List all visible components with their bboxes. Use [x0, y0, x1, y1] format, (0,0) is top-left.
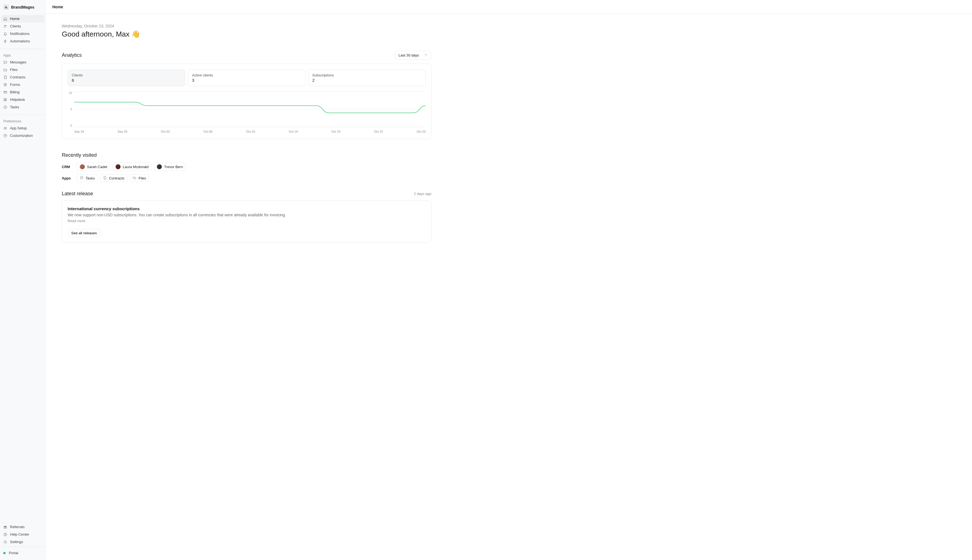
sidebar-item-forms[interactable]: Forms — [1, 81, 44, 88]
sidebar-item-home[interactable]: Home — [1, 15, 44, 22]
users-icon — [3, 24, 7, 28]
sidebar-item-helpdesk[interactable]: Helpdesk — [1, 96, 44, 103]
chip-label: Contracts — [109, 176, 124, 180]
gift-icon — [3, 525, 7, 529]
metric-active-clients[interactable]: Active clients 3 — [188, 70, 306, 86]
release-card: International currency subscriptions We … — [62, 200, 431, 243]
sidebar-item-tasks[interactable]: Tasks — [1, 103, 44, 111]
breadcrumb: Home — [52, 5, 63, 9]
sidebar-item-clients[interactable]: Clients — [1, 22, 44, 30]
metric-label: Clients — [72, 73, 181, 77]
date-range-select[interactable]: Last 30 days — [395, 51, 431, 60]
help-icon — [3, 533, 7, 537]
recent-app-chip[interactable]: Tasks — [77, 174, 98, 182]
check-circle-icon — [3, 105, 7, 109]
recent-app-chip[interactable]: Files — [130, 174, 149, 182]
sidebar-item-billing[interactable]: Billing — [1, 88, 44, 96]
chip-label: Tasks — [86, 176, 95, 180]
metric-value: 3 — [192, 78, 301, 83]
svg-point-0 — [5, 25, 5, 26]
sidebar-item-label: Clients — [10, 24, 21, 28]
svg-point-1 — [6, 25, 7, 25]
sidebar-item-label: Messages — [10, 60, 26, 64]
svg-rect-3 — [4, 83, 7, 86]
document-icon — [103, 176, 107, 180]
sidebar-item-label: Portal — [9, 551, 18, 555]
sidebar-item-label: Referrals — [10, 525, 25, 529]
brand[interactable]: -b. BrandMages — [0, 5, 45, 15]
metric-label: Subscriptions — [312, 73, 421, 77]
sidebar-item-settings[interactable]: Settings — [1, 538, 44, 546]
sidebar-item-label: Tasks — [10, 105, 19, 109]
sidebar-item-label: Automations — [10, 39, 30, 43]
sidebar-group-preferences: Preferences — [1, 117, 44, 124]
sidebar-item-referrals[interactable]: Referrals — [1, 523, 44, 531]
svg-point-6 — [4, 134, 7, 137]
analytics-title: Analytics — [62, 52, 82, 58]
release-timestamp: 2 days ago — [414, 192, 431, 196]
sidebar-item-label: Customization — [10, 133, 33, 138]
metric-value: 2 — [312, 78, 421, 83]
chip-label: Laura Mcdonald — [123, 165, 149, 169]
message-icon — [3, 60, 7, 64]
avatar — [115, 164, 120, 169]
read-more-link[interactable]: Read more — [68, 219, 426, 223]
sidebar-item-files[interactable]: Files — [1, 66, 44, 73]
sidebar-item-portal[interactable]: Portal — [1, 549, 44, 557]
folder-icon — [3, 68, 7, 72]
sliders-icon — [3, 126, 7, 130]
recently-crm-label: CRM — [62, 165, 73, 169]
svg-point-13 — [80, 177, 83, 179]
gear-icon — [3, 540, 7, 544]
sidebar-item-app-setup[interactable]: App Setup — [1, 124, 44, 132]
chip-label: Sarah Cadet — [87, 165, 107, 169]
sidebar-item-messages[interactable]: Messages — [1, 58, 44, 66]
recently-visited-title: Recently visited — [62, 152, 431, 158]
brand-logo: -b. — [3, 5, 9, 10]
sidebar-item-label: Home — [10, 17, 20, 21]
sidebar-item-label: Notifications — [10, 32, 30, 36]
sidebar-item-label: Forms — [10, 83, 20, 87]
status-dot-icon — [3, 552, 5, 554]
sidebar-item-label: Contracts — [10, 75, 25, 79]
chip-label: Trevor Bern — [164, 165, 183, 169]
sidebar-item-label: Helpdesk — [10, 97, 25, 102]
svg-point-5 — [4, 105, 7, 108]
palette-icon — [3, 134, 7, 138]
form-icon — [3, 83, 7, 87]
sidebar-item-label: Help Center — [10, 532, 29, 537]
recent-client-chip[interactable]: Laura Mcdonald — [112, 163, 152, 171]
sidebar-item-notifications[interactable]: Notifications — [1, 30, 44, 37]
brand-name: BrandMages — [11, 5, 34, 9]
see-all-releases-button[interactable]: See all releases — [68, 229, 100, 237]
sidebar-item-label: Billing — [10, 90, 20, 94]
metric-clients[interactable]: Clients 6 — [68, 70, 185, 86]
sidebar-group-apps: Apps — [1, 51, 44, 58]
recent-client-chip[interactable]: Trevor Bern — [154, 163, 186, 171]
avatar — [80, 164, 85, 169]
recent-client-chip[interactable]: Sarah Cadet — [77, 163, 110, 171]
release-title: International currency subscriptions — [68, 206, 426, 211]
metric-value: 6 — [72, 78, 181, 83]
card-icon — [3, 90, 7, 94]
greeting: Good afternoon, Max 👋 — [62, 30, 431, 38]
sidebar-item-label: Settings — [10, 540, 23, 544]
metric-subscriptions[interactable]: Subscriptions 2 — [308, 70, 426, 86]
date-range-label: Last 30 days — [398, 53, 419, 57]
sidebar: -b. BrandMages Home Clients Notification… — [0, 0, 46, 560]
sidebar-item-help-center[interactable]: Help Center — [1, 531, 44, 538]
home-icon — [3, 17, 7, 21]
avatar — [157, 164, 162, 169]
sidebar-item-customization[interactable]: Customization — [1, 132, 44, 139]
metric-label: Active clients — [192, 73, 301, 77]
recently-apps-label: Apps — [62, 176, 73, 180]
chevron-down-icon — [424, 53, 428, 58]
sidebar-item-automations[interactable]: Automations — [1, 37, 44, 45]
sidebar-item-contracts[interactable]: Contracts — [1, 73, 44, 81]
recent-app-chip[interactable]: Contracts — [100, 174, 127, 182]
svg-rect-4 — [4, 91, 7, 93]
analytics-card: Clients 6 Active clients 3 Subscriptions… — [62, 64, 431, 139]
folder-icon — [133, 176, 136, 180]
check-circle-icon — [80, 176, 84, 180]
svg-point-12 — [5, 542, 6, 543]
